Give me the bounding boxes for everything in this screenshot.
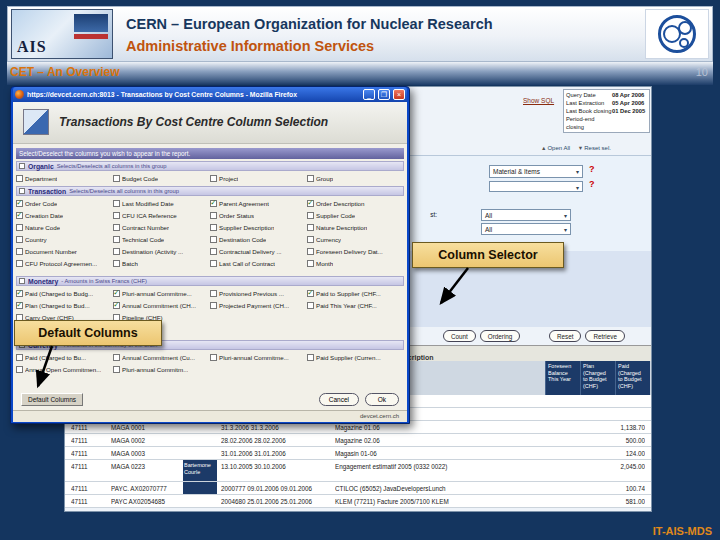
checkbox-icon[interactable] bbox=[307, 224, 314, 231]
column-option[interactable]: Paid This Year (CHF... bbox=[307, 299, 404, 311]
column-option[interactable]: Foreseen Delivery Dat... bbox=[307, 245, 404, 257]
column-option[interactable]: Nature Description bbox=[307, 221, 404, 233]
checkbox-icon[interactable] bbox=[16, 248, 23, 255]
checkbox-icon[interactable] bbox=[307, 236, 314, 243]
column-option[interactable]: Document Number bbox=[16, 245, 113, 257]
checkbox-icon[interactable] bbox=[16, 302, 23, 309]
checkbox-icon[interactable] bbox=[113, 175, 120, 182]
checkbox-icon[interactable] bbox=[210, 260, 217, 267]
group-select-all-checkbox[interactable] bbox=[19, 188, 25, 194]
checkbox-icon[interactable] bbox=[16, 175, 23, 182]
maximize-button[interactable]: ❐ bbox=[378, 89, 390, 100]
checkbox-icon[interactable] bbox=[16, 200, 23, 207]
checkbox-icon[interactable] bbox=[210, 200, 217, 207]
checkbox-icon[interactable] bbox=[113, 248, 120, 255]
column-option[interactable]: Paid (Charged to Budg... bbox=[16, 287, 113, 299]
filter-select-2[interactable]: All bbox=[481, 223, 571, 235]
column-option[interactable]: Plan (Charged to Bud... bbox=[16, 299, 113, 311]
report-button[interactable]: Count bbox=[443, 330, 476, 342]
checkbox-icon[interactable] bbox=[210, 175, 217, 182]
column-option[interactable]: Contractual Delivery ... bbox=[210, 245, 307, 257]
checkbox-icon[interactable] bbox=[210, 290, 217, 297]
group-select-all-checkbox[interactable] bbox=[19, 278, 25, 284]
report-button[interactable]: Retrieve bbox=[585, 330, 624, 342]
column-option[interactable]: Parent Agreement bbox=[210, 197, 307, 209]
column-option[interactable]: Annual Commitment (Cu... bbox=[113, 351, 210, 363]
column-option[interactable]: Annual Commitment (CH... bbox=[113, 299, 210, 311]
checkbox-icon[interactable] bbox=[210, 248, 217, 255]
checkbox-icon[interactable] bbox=[16, 236, 23, 243]
ok-button[interactable]: Ok bbox=[365, 393, 399, 406]
checkbox-icon[interactable] bbox=[307, 302, 314, 309]
column-option[interactable]: Currency bbox=[307, 233, 404, 245]
close-button[interactable]: × bbox=[393, 89, 405, 100]
column-option[interactable]: Order Status bbox=[210, 209, 307, 221]
checkbox-icon[interactable] bbox=[113, 260, 120, 267]
checkbox-icon[interactable] bbox=[113, 224, 120, 231]
default-columns-button[interactable]: Default Columns bbox=[21, 393, 83, 406]
column-option[interactable]: Supplier Description bbox=[210, 221, 307, 233]
cancel-button[interactable]: Cancel bbox=[319, 393, 359, 406]
column-option[interactable]: Last Call of Contract bbox=[210, 257, 307, 269]
column-option[interactable]: Destination Code bbox=[210, 233, 307, 245]
material-select[interactable]: Material & Items bbox=[489, 165, 583, 178]
criteria-field[interactable] bbox=[489, 181, 583, 192]
help-icon[interactable]: ? bbox=[589, 164, 595, 174]
minimize-button[interactable]: _ bbox=[363, 89, 375, 100]
report-button[interactable]: Ordering bbox=[480, 330, 521, 342]
column-option[interactable]: Batch bbox=[113, 257, 210, 269]
checkbox-icon[interactable] bbox=[210, 236, 217, 243]
help-icon[interactable]: ? bbox=[589, 179, 595, 189]
column-option[interactable]: Pluri-annual Commitm... bbox=[113, 363, 210, 375]
checkbox-icon[interactable] bbox=[113, 366, 120, 373]
checkbox-icon[interactable] bbox=[113, 290, 120, 297]
checkbox-icon[interactable] bbox=[307, 200, 314, 207]
column-option[interactable]: Projected Payment (CH... bbox=[210, 299, 307, 311]
checkbox-icon[interactable] bbox=[113, 354, 120, 361]
column-option[interactable]: Month bbox=[307, 257, 404, 269]
checkbox-icon[interactable] bbox=[210, 212, 217, 219]
column-option[interactable]: Contract Number bbox=[113, 221, 210, 233]
window-titlebar[interactable]: https://devcet.cern.ch:8013 - Transactio… bbox=[13, 87, 407, 102]
checkbox-icon[interactable] bbox=[307, 212, 314, 219]
checkbox-icon[interactable] bbox=[16, 260, 23, 267]
column-option[interactable]: Order Description bbox=[307, 197, 404, 209]
column-option[interactable]: Pluri-annual Commitme... bbox=[210, 351, 307, 363]
column-option[interactable]: Group bbox=[307, 172, 404, 184]
column-option[interactable]: Country bbox=[16, 233, 113, 245]
checkbox-icon[interactable] bbox=[113, 212, 120, 219]
column-option[interactable]: Order Code bbox=[16, 197, 113, 209]
checkbox-icon[interactable] bbox=[16, 224, 23, 231]
reset-selection-link[interactable]: Reset sel. bbox=[584, 145, 611, 151]
column-option[interactable]: Department bbox=[16, 172, 113, 184]
checkbox-icon[interactable] bbox=[16, 354, 23, 361]
column-option[interactable]: Last Modified Date bbox=[113, 197, 210, 209]
column-option[interactable]: Technical Code bbox=[113, 233, 210, 245]
column-option[interactable]: Paid to Supplier (CHF... bbox=[307, 287, 404, 299]
checkbox-icon[interactable] bbox=[307, 354, 314, 361]
checkbox-icon[interactable] bbox=[307, 175, 314, 182]
column-option[interactable]: CFU Protocol Agreemen... bbox=[16, 257, 113, 269]
open-all-link[interactable]: Open All bbox=[547, 145, 570, 151]
column-option[interactable]: Supplier Code bbox=[307, 209, 404, 221]
checkbox-icon[interactable] bbox=[113, 236, 120, 243]
column-option[interactable]: Paid Supplier (Curren... bbox=[307, 351, 404, 363]
column-option[interactable]: Budget Code bbox=[113, 172, 210, 184]
column-option[interactable]: Pluri-annual Commitme... bbox=[113, 287, 210, 299]
checkbox-icon[interactable] bbox=[210, 224, 217, 231]
column-option[interactable]: Paid (Charged to Bu... bbox=[16, 351, 113, 363]
column-option[interactable]: Annual Open Commitmen... bbox=[16, 363, 113, 375]
report-button[interactable]: Reset bbox=[549, 330, 581, 342]
column-option[interactable]: Destination (Activity ... bbox=[113, 245, 210, 257]
column-option[interactable]: Project bbox=[210, 172, 307, 184]
filter-select-1[interactable]: All bbox=[481, 209, 571, 221]
column-option[interactable]: CFU ICA Reference bbox=[113, 209, 210, 221]
checkbox-icon[interactable] bbox=[16, 290, 23, 297]
show-sql-link[interactable]: Show SQL bbox=[523, 97, 554, 104]
checkbox-icon[interactable] bbox=[307, 260, 314, 267]
checkbox-icon[interactable] bbox=[210, 354, 217, 361]
column-option[interactable]: Creation Date bbox=[16, 209, 113, 221]
checkbox-icon[interactable] bbox=[113, 200, 120, 207]
checkbox-icon[interactable] bbox=[307, 248, 314, 255]
checkbox-icon[interactable] bbox=[113, 302, 120, 309]
